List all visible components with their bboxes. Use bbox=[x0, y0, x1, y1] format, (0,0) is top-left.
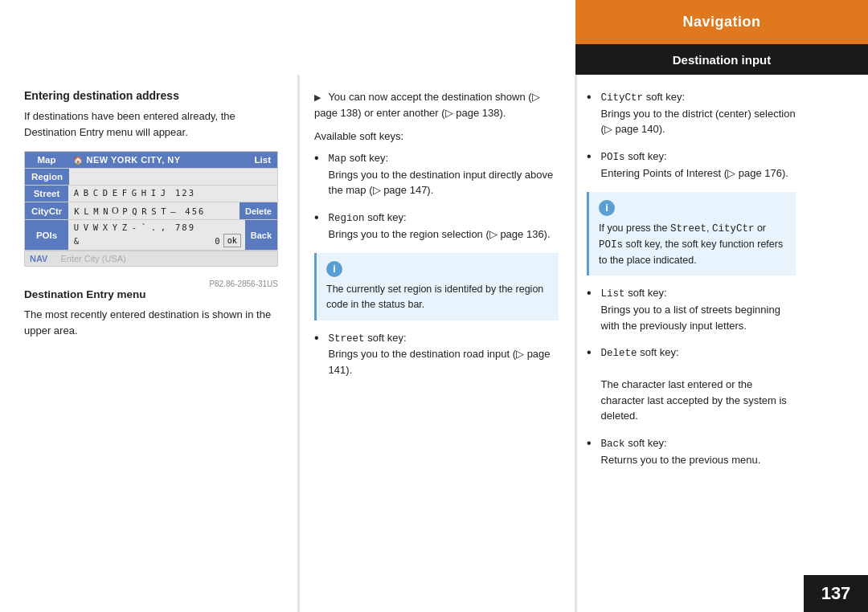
right-column: CityCtr soft key:Brings you to the distr… bbox=[577, 75, 818, 612]
pois-key: POIs bbox=[601, 152, 625, 163]
keyboard-row3: U V W X Y Z - ` . , 7 8 9 bbox=[68, 220, 245, 250]
keyboard-row1: A B C D E F G H I J 1 2 3 bbox=[68, 186, 277, 202]
ok-button[interactable]: ok bbox=[223, 234, 241, 247]
region-key: Region bbox=[329, 213, 365, 224]
nav-title: Navigation bbox=[682, 14, 760, 31]
back-key: Back bbox=[601, 439, 625, 450]
info-text-mid: The currently set region is identifed by… bbox=[326, 284, 543, 310]
kb-row-3a: U V W X Y Z - ` . , 7 8 9 bbox=[72, 222, 241, 232]
cityctr-button[interactable]: CityCtr bbox=[25, 202, 68, 219]
dest-entry-title: Destination Entry menu bbox=[24, 288, 278, 300]
kb-row-3b: & 0 ok bbox=[72, 234, 241, 247]
arrow-icon: ▶ bbox=[314, 91, 321, 104]
back-button[interactable]: Back bbox=[245, 220, 277, 250]
middle-column: ▶ You can now accept the destination sho… bbox=[300, 75, 575, 612]
bullet-map: Map soft key:Brings you to the destinati… bbox=[314, 150, 559, 198]
bullet-street: Street soft key:Brings you to the destin… bbox=[314, 330, 559, 378]
ui-mockup: Map 🏠 NEW YORK CITY, NY List Region bbox=[24, 151, 278, 267]
mid-bullet-list: Map soft key:Brings you to the destinati… bbox=[314, 150, 559, 242]
street-button[interactable]: Street bbox=[25, 186, 68, 202]
ui-row-map: Map 🏠 NEW YORK CITY, NY List bbox=[25, 152, 277, 169]
info-text-right: If you press the Street, CityCtr or POIs… bbox=[599, 222, 783, 266]
divider bbox=[297, 75, 300, 612]
list-button[interactable]: List bbox=[248, 152, 277, 168]
keyboard-row2: K L M N O P Q R S T – 4 5 6 bbox=[68, 202, 240, 219]
info-icon: i bbox=[326, 261, 342, 277]
ui-row-pois: POIs U V W X Y Z - ` . , 7 bbox=[25, 220, 277, 251]
bullet-region: Region soft key:Brings you to the region… bbox=[314, 210, 559, 242]
region-button[interactable]: Region bbox=[25, 169, 69, 185]
map-button[interactable]: Map bbox=[25, 152, 68, 168]
nav-header: Navigation bbox=[575, 0, 868, 44]
mid-bullet-list-2: Street soft key:Brings you to the destin… bbox=[314, 330, 559, 378]
right-bullet-list-2: List soft key:Brings you to a list of st… bbox=[587, 285, 796, 467]
info-icon-right: i bbox=[599, 200, 615, 216]
ui-row-street: Street A B C D E F G H I J 1 bbox=[25, 186, 277, 202]
pois-button[interactable]: POIs bbox=[25, 220, 68, 250]
avail-keys-label: Available soft keys: bbox=[314, 130, 559, 142]
info-box-right: i If you press the Street, CityCtr or PO… bbox=[587, 192, 796, 275]
part-code: P82.86-2856-31US bbox=[24, 279, 278, 288]
entering-text: If destinations have been entered alread… bbox=[24, 108, 278, 140]
right-bullet-list: CityCtr soft key:Brings you to the distr… bbox=[587, 89, 796, 181]
nav-label: NAV bbox=[30, 254, 47, 263]
divider-2 bbox=[575, 75, 577, 612]
enter-city-label: Enter City (USA) bbox=[60, 254, 125, 263]
left-column: Entering destination address If destinat… bbox=[0, 75, 297, 612]
map-key: Map bbox=[329, 153, 347, 165]
bullet-list: List soft key:Brings you to a list of st… bbox=[587, 285, 796, 333]
delete-key: Delete bbox=[601, 348, 637, 359]
dest-entry-text: The most recently entered destination is… bbox=[24, 307, 278, 338]
ui-row-region: Region bbox=[25, 169, 277, 186]
entering-title: Entering destination address bbox=[24, 89, 278, 102]
kb-row-1: A B C D E F G H I J 1 2 3 bbox=[72, 188, 273, 198]
dest-title: Destination input bbox=[673, 53, 772, 67]
top-para: ▶ You can now accept the destination sho… bbox=[314, 89, 559, 120]
ui-row-cityctr: CityCtr K L M N O P Q R S T – bbox=[25, 202, 277, 220]
kb-row-2: K L M N O P Q R S T – 4 5 6 bbox=[72, 205, 235, 217]
bullet-back: Back soft key:Returns you to the previou… bbox=[587, 435, 796, 467]
ui-bottom-row: NAV Enter City (USA) bbox=[25, 251, 277, 266]
street-key: Street bbox=[329, 333, 365, 345]
bullet-delete: Delete soft key:The character last enter… bbox=[587, 345, 796, 424]
delete-button[interactable]: Delete bbox=[240, 202, 277, 219]
cityctr-key: CityCtr bbox=[601, 92, 644, 104]
bullet-pois: POIs soft key:Entering Points of Interes… bbox=[587, 149, 796, 181]
info-box-mid: i The currently set region is identifed … bbox=[314, 253, 559, 320]
dest-header: Destination input bbox=[575, 44, 868, 75]
city-input[interactable]: 🏠 NEW YORK CITY, NY bbox=[68, 152, 248, 168]
list-key: List bbox=[601, 288, 625, 300]
bullet-cityctr: CityCtr soft key:Brings you to the distr… bbox=[587, 89, 796, 137]
main-content: Entering destination address If destinat… bbox=[0, 75, 868, 612]
